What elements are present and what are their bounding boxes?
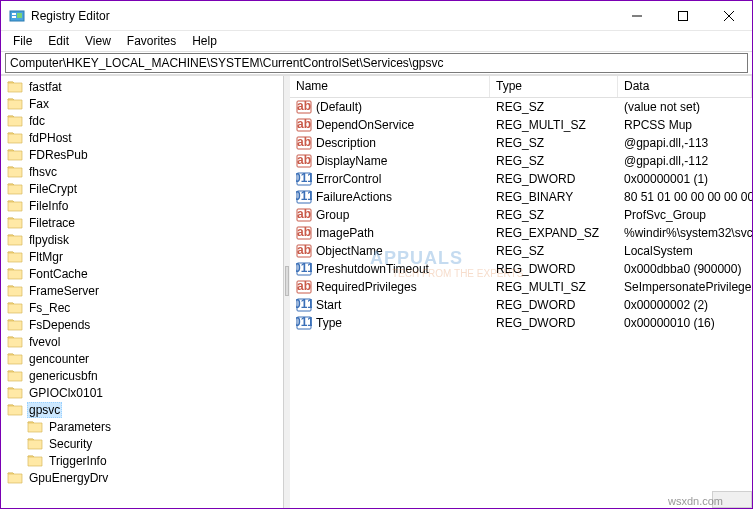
- tree-item-filecrypt[interactable]: FileCrypt: [5, 180, 283, 197]
- titlebar[interactable]: Registry Editor: [1, 1, 752, 31]
- value-type: REG_DWORD: [490, 172, 618, 186]
- tree-item-fax[interactable]: Fax: [5, 95, 283, 112]
- value-name: DisplayName: [316, 154, 387, 168]
- tree-item-flpydisk[interactable]: flpydisk: [5, 231, 283, 248]
- tree-item-fsdepends[interactable]: FsDepends: [5, 316, 283, 333]
- value-row[interactable]: abDisplayNameREG_SZ@gpapi.dll,-112: [290, 152, 752, 170]
- value-row[interactable]: ab(Default)REG_SZ(value not set): [290, 98, 752, 116]
- menu-file[interactable]: File: [5, 32, 40, 50]
- tree-item-gpuenergydrv[interactable]: GpuEnergyDrv: [5, 469, 283, 486]
- scrollbar-horizontal[interactable]: [712, 491, 752, 508]
- regedit-icon: [9, 8, 25, 24]
- tree-item-label: fastfat: [27, 80, 64, 94]
- value-data: SeImpersonatePrivilege Se: [618, 280, 752, 294]
- tree-item-fvevol[interactable]: fvevol: [5, 333, 283, 350]
- menu-edit[interactable]: Edit: [40, 32, 77, 50]
- value-row[interactable]: 011ErrorControlREG_DWORD0x00000001 (1): [290, 170, 752, 188]
- svg-text:011: 011: [296, 315, 312, 329]
- tree-item-fdrespub[interactable]: FDResPub: [5, 146, 283, 163]
- close-button[interactable]: [706, 1, 752, 31]
- string-value-icon: ab: [296, 117, 312, 133]
- svg-rect-5: [679, 11, 688, 20]
- value-type: REG_MULTI_SZ: [490, 118, 618, 132]
- value-row[interactable]: abImagePathREG_EXPAND_SZ%windir%\system3…: [290, 224, 752, 242]
- svg-text:ab: ab: [297, 99, 311, 113]
- tree-item-fdphost[interactable]: fdPHost: [5, 129, 283, 146]
- value-type: REG_DWORD: [490, 298, 618, 312]
- value-type: REG_SZ: [490, 154, 618, 168]
- tree-panel[interactable]: fastfatFaxfdcfdPHostFDResPubfhsvcFileCry…: [1, 76, 284, 508]
- tree-item-fltmgr[interactable]: FltMgr: [5, 248, 283, 265]
- value-name: ErrorControl: [316, 172, 381, 186]
- tree-item-fileinfo[interactable]: FileInfo: [5, 197, 283, 214]
- column-data[interactable]: Data: [618, 76, 752, 97]
- string-value-icon: ab: [296, 207, 312, 223]
- tree-item-fdc[interactable]: fdc: [5, 112, 283, 129]
- tree-item-security[interactable]: Security: [25, 435, 283, 452]
- column-type[interactable]: Type: [490, 76, 618, 97]
- folder-icon: [7, 199, 23, 213]
- value-row[interactable]: 011FailureActionsREG_BINARY80 51 01 00 0…: [290, 188, 752, 206]
- tree-item-frameserver[interactable]: FrameServer: [5, 282, 283, 299]
- value-row[interactable]: 011PreshutdownTimeoutREG_DWORD0x000dbba0…: [290, 260, 752, 278]
- tree-item-filetrace[interactable]: Filetrace: [5, 214, 283, 231]
- svg-text:011: 011: [296, 261, 312, 275]
- value-data: @gpapi.dll,-113: [618, 136, 752, 150]
- folder-icon: [7, 165, 23, 179]
- tree-item-parameters[interactable]: Parameters: [25, 418, 283, 435]
- value-row[interactable]: abRequiredPrivilegesREG_MULTI_SZSeImpers…: [290, 278, 752, 296]
- tree-item-fhsvc[interactable]: fhsvc: [5, 163, 283, 180]
- value-data: @gpapi.dll,-112: [618, 154, 752, 168]
- value-row[interactable]: 011TypeREG_DWORD0x00000010 (16): [290, 314, 752, 332]
- minimize-button[interactable]: [614, 1, 660, 31]
- window-controls: [614, 1, 752, 31]
- tree-item-fs_rec[interactable]: Fs_Rec: [5, 299, 283, 316]
- value-data: RPCSS Mup: [618, 118, 752, 132]
- menu-help[interactable]: Help: [184, 32, 225, 50]
- value-data: 0x00000002 (2): [618, 298, 752, 312]
- string-value-icon: ab: [296, 99, 312, 115]
- tree-item-triggerinfo[interactable]: TriggerInfo: [25, 452, 283, 469]
- splitter-grip[interactable]: [285, 266, 289, 296]
- menu-favorites[interactable]: Favorites: [119, 32, 184, 50]
- maximize-button[interactable]: [660, 1, 706, 31]
- tree-item-label: fvevol: [27, 335, 62, 349]
- tree-item-fontcache[interactable]: FontCache: [5, 265, 283, 282]
- list-body[interactable]: ab(Default)REG_SZ(value not set)abDepend…: [290, 98, 752, 508]
- value-type: REG_DWORD: [490, 262, 618, 276]
- value-name: FailureActions: [316, 190, 392, 204]
- folder-icon: [7, 352, 23, 366]
- tree-item-label: GPIOClx0101: [27, 386, 105, 400]
- value-row[interactable]: abGroupREG_SZProfSvc_Group: [290, 206, 752, 224]
- tree-item-fastfat[interactable]: fastfat: [5, 78, 283, 95]
- folder-icon: [7, 233, 23, 247]
- value-data: 0x00000010 (16): [618, 316, 752, 330]
- folder-icon: [7, 284, 23, 298]
- svg-text:011: 011: [296, 171, 312, 185]
- value-name: Description: [316, 136, 376, 150]
- folder-icon: [7, 148, 23, 162]
- tree-item-label: fdc: [27, 114, 47, 128]
- folder-icon: [7, 386, 23, 400]
- value-row[interactable]: 011StartREG_DWORD0x00000002 (2): [290, 296, 752, 314]
- tree-item-label: Parameters: [47, 420, 113, 434]
- address-input[interactable]: [5, 53, 748, 73]
- binary-value-icon: 011: [296, 171, 312, 187]
- value-row[interactable]: abDescriptionREG_SZ@gpapi.dll,-113: [290, 134, 752, 152]
- value-type: REG_EXPAND_SZ: [490, 226, 618, 240]
- folder-icon: [27, 454, 43, 468]
- tree-item-gencounter[interactable]: gencounter: [5, 350, 283, 367]
- string-value-icon: ab: [296, 135, 312, 151]
- column-name[interactable]: Name: [290, 76, 490, 97]
- tree-item-genericusbfn[interactable]: genericusbfn: [5, 367, 283, 384]
- tree-item-gpioclx0101[interactable]: GPIOClx0101: [5, 384, 283, 401]
- tree-item-gpsvc[interactable]: gpsvc: [5, 401, 283, 418]
- string-value-icon: ab: [296, 279, 312, 295]
- svg-text:ab: ab: [297, 135, 311, 149]
- value-row[interactable]: abDependOnServiceREG_MULTI_SZRPCSS Mup: [290, 116, 752, 134]
- folder-icon: [7, 318, 23, 332]
- menu-view[interactable]: View: [77, 32, 119, 50]
- value-row[interactable]: abObjectNameREG_SZLocalSystem: [290, 242, 752, 260]
- list-header: Name Type Data: [290, 76, 752, 98]
- svg-text:011: 011: [296, 189, 312, 203]
